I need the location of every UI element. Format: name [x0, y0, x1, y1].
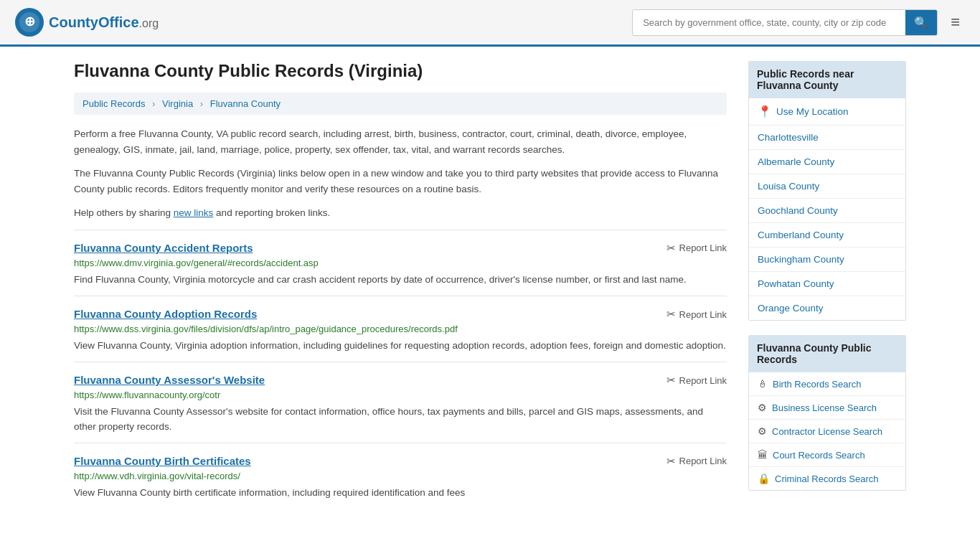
charlottesville-link[interactable]: Charlottesville [758, 132, 819, 143]
report-icon-birth: ✂ [666, 455, 676, 468]
powhatan-link[interactable]: Powhatan County [758, 278, 834, 289]
sidebar-records-criminal[interactable]: 🔒 Criminal Records Search [749, 467, 905, 490]
new-links-link[interactable]: new links [174, 207, 214, 218]
contractor-license-link[interactable]: Contractor License Search [772, 426, 882, 437]
record-adoption: Fluvanna County Adoption Records ✂ Repor… [74, 296, 727, 362]
breadcrumb-public-records[interactable]: Public Records [83, 98, 145, 109]
birth-record-icon: 🕯 [758, 378, 768, 390]
sidebar-item-buckingham[interactable]: Buckingham County [749, 248, 905, 272]
record-accident-desc: Find Fluvanna County, Virginia motorcycl… [74, 273, 727, 287]
breadcrumb-virginia[interactable]: Virginia [162, 98, 193, 109]
sidebar-item-use-location[interactable]: 📍 Use My Location [749, 98, 905, 126]
logo-icon: ⊕ [14, 7, 44, 37]
svg-text:⊕: ⊕ [24, 14, 35, 29]
sidebar-nearby-section: Public Records near Fluvanna County 📍 Us… [748, 61, 906, 321]
report-icon-assessor: ✂ [666, 374, 676, 387]
use-my-location-link[interactable]: Use My Location [776, 106, 849, 117]
sidebar-item-goochland[interactable]: Goochland County [749, 199, 905, 223]
record-birth: Fluvanna County Birth Certificates ✂ Rep… [74, 443, 727, 509]
record-adoption-title[interactable]: Fluvanna County Adoption Records [74, 308, 257, 320]
record-birth-url[interactable]: http://www.vdh.virginia.gov/vital-record… [74, 471, 727, 481]
report-link-label-birth: Report Link [679, 456, 727, 466]
report-icon-adoption: ✂ [666, 308, 676, 321]
search-button[interactable]: 🔍 [905, 10, 937, 35]
orange-link[interactable]: Orange County [758, 303, 824, 314]
business-record-icon: ⚙ [758, 402, 767, 413]
breadcrumb-fluvanna[interactable]: Fluvanna County [210, 98, 281, 109]
record-accident-header: Fluvanna County Accident Reports ✂ Repor… [74, 242, 727, 255]
report-link-adoption[interactable]: ✂ Report Link [666, 308, 727, 321]
court-record-icon: 🏛 [758, 449, 768, 461]
sidebar-records-court[interactable]: 🏛 Court Records Search [749, 443, 905, 467]
main-container: Fluvanna County Public Records (Virginia… [60, 47, 920, 509]
report-link-birth[interactable]: ✂ Report Link [666, 455, 727, 468]
record-assessor-url[interactable]: https://www.fluvannacounty.org/cotr [74, 390, 727, 400]
sidebar-records-business[interactable]: ⚙ Business License Search [749, 396, 905, 420]
sidebar-item-charlottesville[interactable]: Charlottesville [749, 126, 905, 150]
report-link-assessor[interactable]: ✂ Report Link [666, 374, 727, 387]
description-1: Perform a free Fluvanna County, VA publi… [74, 126, 727, 157]
sidebar-records-header: Fluvanna County Public Records [748, 335, 906, 372]
description-2: The Fluvanna County Public Records (Virg… [74, 166, 727, 197]
page-title: Fluvanna County Public Records (Virginia… [74, 61, 727, 81]
sidebar-records-list: 🕯 Birth Records Search ⚙ Business Licens… [748, 372, 906, 491]
menu-button[interactable]: ≡ [945, 10, 966, 34]
description-3: Help others by sharing new links and rep… [74, 205, 727, 221]
birth-records-link[interactable]: Birth Records Search [773, 379, 862, 390]
breadcrumb-sep-2: › [200, 98, 203, 109]
criminal-record-icon: 🔒 [758, 473, 770, 484]
sidebar-records-birth[interactable]: 🕯 Birth Records Search [749, 372, 905, 396]
cumberland-link[interactable]: Cumberland County [758, 230, 844, 240]
header-right: 🔍 ≡ [632, 9, 966, 36]
albemarle-link[interactable]: Albemarle County [758, 156, 834, 167]
breadcrumb: Public Records › Virginia › Fluvanna Cou… [74, 93, 727, 115]
record-assessor: Fluvanna County Assessor's Website ✂ Rep… [74, 362, 727, 443]
description-3-prefix: Help others by sharing [74, 207, 174, 218]
record-accident-url[interactable]: https://www.dmv.virginia.gov/general/#re… [74, 258, 727, 268]
sidebar-item-orange[interactable]: Orange County [749, 296, 905, 320]
record-adoption-url[interactable]: https://www.dss.virginia.gov/files/divis… [74, 324, 727, 334]
court-records-link[interactable]: Court Records Search [773, 450, 865, 461]
report-icon-accident: ✂ [666, 242, 676, 255]
record-birth-title[interactable]: Fluvanna County Birth Certificates [74, 455, 251, 467]
buckingham-link[interactable]: Buckingham County [758, 254, 844, 265]
record-adoption-desc: View Fluvanna County, Virginia adoption … [74, 339, 727, 353]
contractor-record-icon: ⚙ [758, 425, 767, 437]
record-assessor-title[interactable]: Fluvanna County Assessor's Website [74, 374, 265, 386]
sidebar-records-contractor[interactable]: ⚙ Contractor License Search [749, 420, 905, 443]
record-assessor-desc: Visit the Fluvanna County Assessor's web… [74, 405, 727, 434]
logo-text: CountyOffice.org [49, 14, 159, 31]
sidebar-item-albemarle[interactable]: Albemarle County [749, 150, 905, 174]
sidebar-nearby-header: Public Records near Fluvanna County [748, 61, 906, 98]
sidebar-item-cumberland[interactable]: Cumberland County [749, 223, 905, 248]
sidebar-item-powhatan[interactable]: Powhatan County [749, 272, 905, 296]
record-birth-header: Fluvanna County Birth Certificates ✂ Rep… [74, 455, 727, 468]
louisa-link[interactable]: Louisa County [758, 181, 819, 192]
record-accident: Fluvanna County Accident Reports ✂ Repor… [74, 230, 727, 296]
content-area: Fluvanna County Public Records (Virginia… [74, 61, 727, 509]
location-pin-icon: 📍 [758, 105, 772, 118]
business-license-link[interactable]: Business License Search [772, 402, 877, 413]
record-accident-title[interactable]: Fluvanna County Accident Reports [74, 242, 253, 254]
search-input[interactable] [633, 11, 905, 34]
record-assessor-header: Fluvanna County Assessor's Website ✂ Rep… [74, 374, 727, 387]
sidebar-nearby-list: 📍 Use My Location Charlottesville Albema… [748, 98, 906, 321]
logo-area: ⊕ CountyOffice.org [14, 7, 159, 37]
report-link-label-accident: Report Link [679, 242, 727, 253]
sidebar: Public Records near Fluvanna County 📍 Us… [748, 61, 906, 509]
report-link-label-assessor: Report Link [679, 375, 727, 386]
report-link-accident[interactable]: ✂ Report Link [666, 242, 727, 255]
record-birth-desc: View Fluvanna County birth certificate i… [74, 486, 727, 500]
sidebar-item-louisa[interactable]: Louisa County [749, 174, 905, 199]
goochland-link[interactable]: Goochland County [758, 205, 838, 216]
record-adoption-header: Fluvanna County Adoption Records ✂ Repor… [74, 308, 727, 321]
breadcrumb-sep-1: › [152, 98, 155, 109]
sidebar-records-section: Fluvanna County Public Records 🕯 Birth R… [748, 335, 906, 491]
report-link-label-adoption: Report Link [679, 309, 727, 320]
header: ⊕ CountyOffice.org 🔍 ≡ [0, 0, 980, 47]
description-3-suffix: and reporting broken links. [213, 207, 330, 218]
criminal-records-link[interactable]: Criminal Records Search [775, 474, 879, 484]
search-bar: 🔍 [632, 9, 938, 36]
